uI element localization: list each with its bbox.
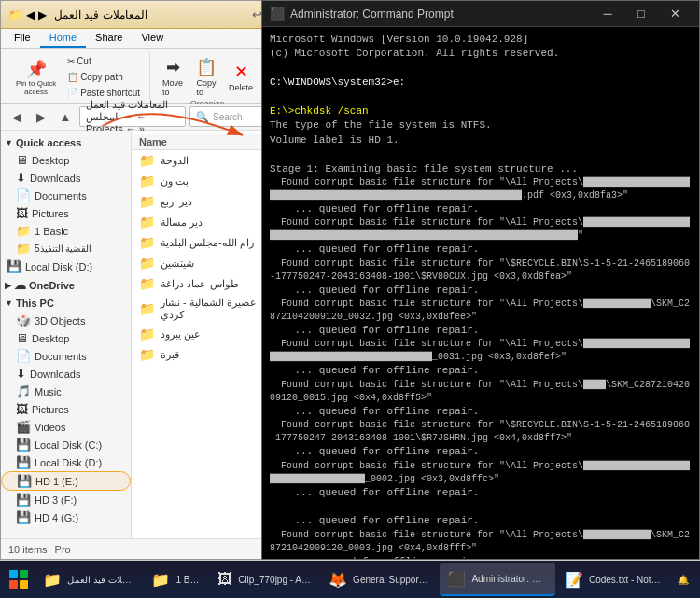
name-column-header: Name (139, 136, 167, 147)
sidebar-section-onedrive[interactable]: ▶ ☁ OneDrive (1, 275, 131, 295)
paste-shortcut-button[interactable]: 📄 Paste shortcut (63, 86, 144, 100)
sidebar-item-5alqadiya[interactable]: 📁 5القضية التنفيذ (1, 240, 131, 257)
list-item[interactable]: 📁 دير اربع (132, 191, 270, 212)
delete-button[interactable]: ✕ Delete (225, 59, 257, 94)
start-button[interactable] (4, 563, 34, 596)
list-item[interactable]: 📁 قبرة (132, 344, 270, 365)
list-item[interactable]: 📁 شيتشين (132, 253, 270, 273)
paste-shortcut-label: Paste shortcut (80, 88, 140, 98)
sidebar-item-downloads[interactable]: ⬇ Downloads (1, 169, 131, 187)
chevron-icon: ▼ (5, 138, 13, 147)
documents2-label: Documents (35, 351, 87, 362)
folder-icon-7: 📁 (139, 276, 155, 291)
sidebar-item-documents2[interactable]: 📄 Documents (1, 347, 131, 365)
forward-icon[interactable]: ▶ (38, 8, 47, 21)
copy-path-button[interactable]: 📋 Copy path (63, 70, 144, 84)
cmd-line-4: C:\WINDOWS\system32>e: (270, 76, 692, 90)
nav-forward-button[interactable]: ▶ (31, 106, 51, 127)
sidebar-item-local-disk-d[interactable]: 💾 Local Disk (D:) (1, 257, 131, 275)
copy-path-icon: 📋 (67, 72, 78, 82)
3d-label: 3D Objects (35, 315, 85, 327)
list-item[interactable]: 📁 طواس-عماد دراغة (132, 273, 270, 294)
list-item[interactable]: 📁 عصيرة الشمالية - نشار كردي (132, 294, 270, 324)
pin-icon: 📌 (25, 58, 48, 80)
tab-home[interactable]: Home (40, 29, 86, 48)
folder-icon-5: 📁 (139, 235, 155, 250)
sidebar-item-3d-objects[interactable]: 🎲 3D Objects (1, 312, 131, 329)
taskbar-item-clipstudio[interactable]: 🖼 Clip_770jpg - ACD... (210, 563, 319, 596)
sidebar-item-pictures[interactable]: 🖼 Pictures (1, 204, 131, 222)
sidebar-item-videos[interactable]: 🎬 Videos (1, 418, 131, 436)
tab-share[interactable]: Share (86, 29, 132, 48)
sidebar-item-local-disk-c[interactable]: 💾 Local Disk (C:) (1, 436, 131, 453)
cmd-maximize-button[interactable]: □ (624, 1, 658, 27)
taskbar-clip-label: Clip_770jpg - ACD... (238, 575, 312, 585)
cmd-line-14: ... queued for offline repair. (270, 243, 692, 257)
taskbar-item-fileexplorer[interactable]: 📁 المعاملات قيد العمل (35, 563, 142, 596)
taskbar-firefox-icon: 🦊 (329, 571, 347, 589)
sidebar-item-music[interactable]: 🎵 Music (1, 382, 131, 400)
organize-btn-row: ➡ Moveto 📋 Copyto ✕ Delete (158, 54, 257, 99)
taskbar-1basic-label: 1 Basic (175, 575, 201, 585)
sidebar-item-documents[interactable]: 📄 Documents (1, 187, 131, 204)
music-icon: 🎵 (16, 384, 31, 398)
cut-button[interactable]: ✂ Cut (63, 54, 144, 68)
taskbar-item-notepad[interactable]: 📝 Codes.txt - Notepad (557, 563, 668, 596)
pin-label: Pin to Quickaccess (16, 80, 56, 97)
pictures2-icon: 🖼 (16, 402, 28, 416)
copy-path-label: Copy path (80, 72, 123, 82)
onedrive-label: OneDrive (29, 280, 75, 291)
sidebar-section-this-pc[interactable]: ▼ This PC (1, 295, 131, 312)
file-list: Name 📁 الدوحة 📁 بت ون 📁 دير اربع 📁 دير م… (132, 131, 270, 538)
cmd-close-button[interactable]: ✕ (658, 1, 692, 27)
hd4-label: HD 4 (G:) (35, 512, 78, 523)
pin-button[interactable]: 📌 Pin to Quickaccess (12, 56, 60, 99)
hd1-label: HD 1 (E:) (35, 476, 78, 487)
documents2-icon: 📄 (16, 349, 31, 363)
taskbar-notepad-icon: 📝 (565, 571, 583, 589)
sidebar-item-desktop2[interactable]: 🖥 Desktop (1, 329, 131, 347)
sidebar-item-hd3-f[interactable]: 💾 HD 3 (F:) (1, 491, 131, 508)
nav-up-button[interactable]: ▲ (55, 106, 76, 127)
copy-to-button[interactable]: 📋 Copyto (191, 54, 221, 99)
sidebar-item-local-disk-d2[interactable]: 💾 Local Disk (D:) (1, 453, 131, 471)
sidebar-section-quick-access[interactable]: ▼ Quick access (1, 134, 131, 151)
paste-shortcut-icon: 📄 (67, 88, 78, 98)
5alqadiya-label: 5القضية التنفيذ (35, 243, 91, 254)
list-item[interactable]: 📁 دير مسالة (132, 212, 270, 232)
search-bar[interactable]: 🔍 Search (189, 106, 264, 127)
list-item[interactable]: 📁 عين يبرود (132, 324, 270, 344)
list-item[interactable]: 📁 بت ون (132, 171, 270, 191)
move-to-button[interactable]: ➡ Moveto (158, 54, 188, 99)
sidebar-item-pictures2[interactable]: 🖼 Pictures (1, 400, 131, 418)
pictures-icon: 🖼 (16, 206, 28, 220)
sidebar-item-hd1-e[interactable]: 💾 HD 1 (E:) (1, 471, 131, 491)
quick-access-label: Quick access (16, 137, 81, 148)
taskbar-item-cmd[interactable]: ⬛ Administrator: Com... (440, 563, 555, 596)
sidebar-item-1basic[interactable]: 📁 1 Basic (1, 222, 131, 240)
sidebar-item-downloads2[interactable]: ⬇ Downloads (1, 365, 131, 382)
cut-label: Cut (77, 56, 91, 66)
cmd-line-10: Stage 1: Examining basic file system str… (270, 162, 692, 176)
file-explorer: 📁 ◀ ▶ المعاملات قيد العمل ↩ File Home Sh… (0, 0, 271, 560)
pictures-label: Pictures (32, 208, 69, 219)
taskbar-item-1basic[interactable]: 📁 1 Basic (144, 563, 208, 596)
onedrive-chevron-icon: ▶ (5, 281, 11, 290)
cmd-line-7: The type of the file system is NTFS. (270, 118, 692, 132)
tab-file[interactable]: File (5, 29, 40, 48)
sidebar-item-desktop[interactable]: 🖥 Desktop (1, 151, 131, 169)
taskbar-fileexplorer-label: المعاملات قيد العمل (67, 575, 134, 585)
item-name-2: بت ون (161, 175, 189, 188)
list-item[interactable]: 📁 الدوحة (132, 150, 270, 171)
back-icon[interactable]: ◀ (26, 8, 35, 21)
breadcrumb[interactable]: المعاملات قيد العمل ← المجلس ← Projects … (79, 106, 186, 127)
list-item[interactable]: 📁 رام الله-مجلس البلدية (132, 232, 270, 253)
tab-view[interactable]: View (132, 29, 173, 48)
cmd-line-18: ... queued for offline repair. (270, 324, 692, 338)
nav-back-button[interactable]: ◀ (7, 106, 27, 127)
cmd-minimize-button[interactable]: ─ (591, 1, 624, 27)
cmd-line-3 (270, 62, 692, 76)
sidebar-item-hd4-g[interactable]: 💾 HD 4 (G:) (1, 508, 131, 526)
local-disk-d-icon: 💾 (7, 259, 21, 273)
taskbar-item-firefox[interactable]: 🦊 General Support - P... (321, 563, 438, 596)
